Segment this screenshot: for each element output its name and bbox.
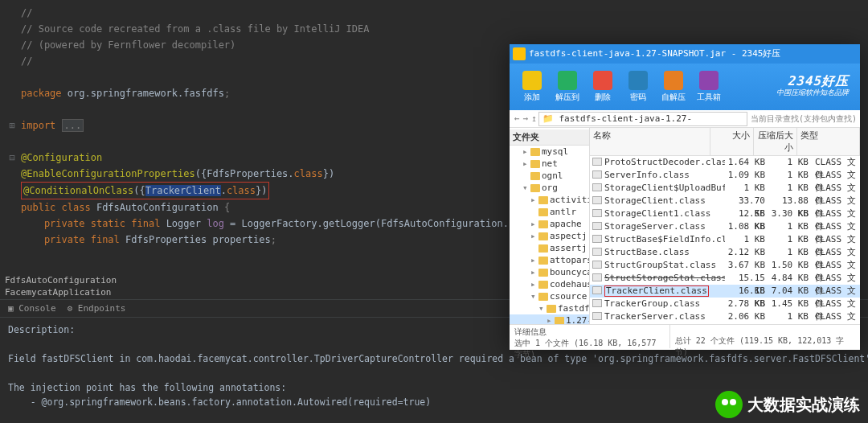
brand-logo: 2345好压中国压缩软件知名品牌 [776, 76, 855, 98]
tree-node[interactable]: ▸1.27-SNA [510, 314, 589, 324]
tree-node[interactable]: ▸mysql [510, 146, 589, 158]
list-header[interactable]: 名称 大小 压缩后大小 类型 [590, 128, 860, 156]
archive-window: fastdfs-client-java-1.27-SNAPSHOT.jar - … [510, 44, 860, 350]
run-config-tab[interactable]: FacemycatApplication [5, 287, 111, 298]
tools-button[interactable]: 工具箱 [691, 71, 727, 103]
search-hint: 当前目录查找(支持包内查找) [751, 113, 857, 125]
file-row[interactable]: UploadCallback.class1 KB1 KBCLASS 文件 [590, 323, 860, 324]
folder-tree[interactable]: 文件夹 ▸mysql▸net ognl▾org▸activiti antlr▸a… [510, 128, 590, 324]
file-row[interactable]: StorageServer.class1.08 KB1 KBCLASS 文件 [590, 220, 860, 233]
tree-node[interactable]: ▸codehaus [510, 278, 589, 290]
console-tab[interactable]: ▣ Console [8, 303, 56, 314]
tree-node[interactable]: ▸aspectj [510, 230, 589, 242]
file-row[interactable]: ServerInfo.class1.09 KB1 KBCLASS 文件 [590, 169, 860, 182]
window-title[interactable]: fastdfs-client-java-1.27-SNAPSHOT.jar - … [510, 44, 860, 64]
up-icon[interactable]: ↥ [531, 113, 537, 124]
tree-node[interactable]: ▾csource [510, 290, 589, 302]
extract-button[interactable]: 解压到 [550, 71, 585, 103]
tree-node[interactable]: ▾org [510, 182, 589, 194]
path-input[interactable]: 📁 fastdfs-client-java-1.27-SNAPSHOT.jar\… [538, 112, 747, 126]
tree-node[interactable]: antlr [510, 206, 589, 218]
fwd-icon[interactable]: → [523, 113, 529, 124]
status-bar: 详细信息选中 1 个文件 (16.18 KB, 16,577 字节) 总计 22… [510, 324, 860, 348]
archive-toolbar: 添加 解压到 删除 密码 自解压 工具箱 2345好压中国压缩软件知名品牌 [510, 64, 860, 110]
file-row[interactable]: StorageClient1.class12.56 KB3.30 KBCLASS… [590, 207, 860, 220]
file-row[interactable]: ProtoStructDecoder.class1.64 KB1 KBCLASS… [590, 156, 860, 169]
fold-icon[interactable]: ⊞ [6, 117, 18, 133]
file-row[interactable]: StructStorageStat.class15.15 KB4.84 KBCL… [590, 272, 860, 285]
tree-header: 文件夹 [510, 129, 589, 146]
tree-node[interactable]: ▸net [510, 158, 589, 170]
file-row[interactable]: StructBase.class2.12 KB1 KBCLASS 文件 [590, 246, 860, 259]
tree-node[interactable]: ▸attoparser [510, 254, 589, 266]
file-row[interactable]: TrackerClient.class16.18 KB7.04 KBCLASS … [590, 285, 860, 298]
add-button[interactable]: 添加 [514, 71, 550, 103]
tree-node[interactable]: ognl [510, 170, 589, 182]
file-row[interactable]: StructGroupStat.class3.67 KB1.50 KBCLASS… [590, 259, 860, 272]
back-icon[interactable]: ← [514, 113, 520, 124]
wechat-icon [715, 391, 743, 418]
delete-button[interactable]: 删除 [585, 71, 620, 103]
wechat-watermark: 大数据实战演练 [715, 391, 860, 418]
tree-node[interactable]: ▸apache [510, 218, 589, 230]
tree-node[interactable]: ▸bouncycastle [510, 266, 589, 278]
file-list[interactable]: 名称 大小 压缩后大小 类型 ProtoStructDecoder.class1… [590, 128, 860, 324]
selfx-button[interactable]: 自解压 [656, 71, 691, 103]
fold-icon[interactable]: ⊟ [6, 150, 18, 166]
file-row[interactable]: TrackerGroup.class2.78 KB1.45 KBCLASS 文件 [590, 298, 860, 310]
breadcrumb: ← → ↥ 📁 fastdfs-client-java-1.27-SNAPSHO… [510, 110, 860, 128]
tree-node[interactable]: assertj [510, 242, 589, 254]
file-row[interactable]: StructBase$FieldInfo.class1 KB1 KBCLASS … [590, 233, 860, 246]
file-row[interactable]: StorageClient$UploadBuff.cl...1 KB1 KBCL… [590, 182, 860, 195]
password-button[interactable]: 密码 [620, 71, 656, 103]
file-tab[interactable]: FdfsAutoConfiguration [0, 273, 121, 287]
file-row[interactable]: TrackerServer.class2.06 KB1 KBCLASS 文件 [590, 310, 860, 323]
tree-node[interactable]: ▾fastdfs-clie [510, 302, 589, 314]
endpoints-tab[interactable]: ⚙ Endpoints [68, 303, 126, 314]
tree-node[interactable]: ▸activiti [510, 194, 589, 206]
conditional-annotation-highlight: @ConditionalOnClass({TrackerClient.class… [21, 182, 269, 199]
file-row[interactable]: StorageClient.class33.70 KB13.88 KBCLASS… [590, 195, 860, 207]
